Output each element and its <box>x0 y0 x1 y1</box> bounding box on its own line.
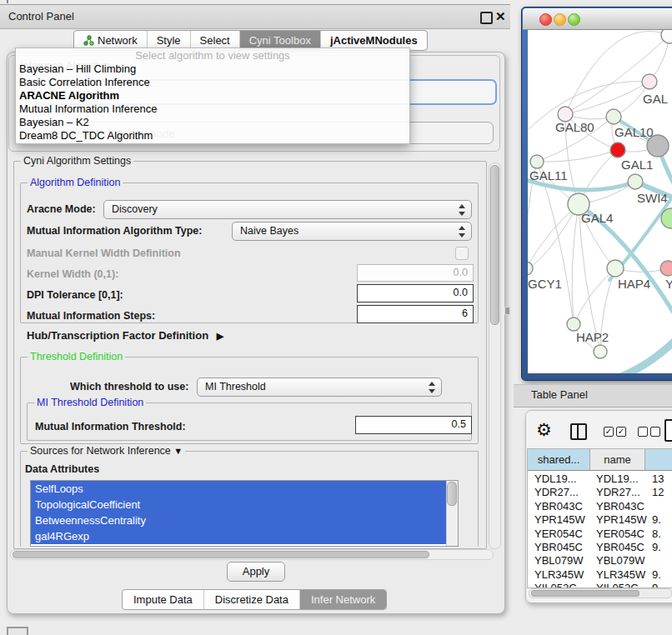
threshold-definition-legend: Threshold Definition <box>28 351 125 362</box>
list-scrollbar[interactable] <box>446 481 458 546</box>
network-node-hap2[interactable] <box>567 318 580 331</box>
node-label: GAL80 <box>555 120 594 134</box>
list-scrollbar-thumb[interactable] <box>447 482 457 506</box>
table-hscrollbar-thumb[interactable] <box>531 590 639 597</box>
collapsed-panel-icon[interactable] <box>7 627 28 635</box>
network-node-hap4[interactable] <box>607 260 624 277</box>
network-node-y[interactable] <box>660 261 672 276</box>
table-horizontal-scrollbar[interactable] <box>529 588 672 598</box>
mi-threshold-legend: MI Threshold Definition <box>34 397 146 408</box>
network-node-gal[interactable] <box>642 74 657 89</box>
document-icon[interactable] <box>664 419 672 442</box>
mi-threshold-input[interactable]: 0.5 <box>355 416 472 434</box>
aracne-mode-label: Aracne Mode: <box>27 203 96 215</box>
stepper-icon[interactable] <box>428 382 435 393</box>
close-icon[interactable]: ✕ <box>495 9 506 24</box>
table-row[interactable]: YIL052CYIL052C9 <box>528 581 672 588</box>
mi-type-combobox[interactable]: Naive Bayes <box>232 222 472 241</box>
settings-scrollbar-thumb[interactable] <box>490 165 499 325</box>
algorithm-option[interactable]: ARACNE Algorithm <box>16 89 409 102</box>
column-header-extra[interactable] <box>645 449 672 471</box>
network-node-gal1[interactable] <box>610 142 625 158</box>
settings-vertical-scrollbar[interactable] <box>489 162 501 549</box>
table-cell: 8. <box>652 527 661 541</box>
stepper-icon[interactable] <box>458 226 465 238</box>
manual-kernel-label: Manual Kernel Width Definition <box>27 248 181 259</box>
column-header-name[interactable]: name <box>590 449 645 471</box>
node-label: GAL11 <box>529 168 568 182</box>
node-table[interactable]: shared...nameYDL19...YDL19...13YDR27...Y… <box>527 448 672 588</box>
node-label: GAL1 <box>621 158 653 172</box>
table-row[interactable]: YDR27...YDR27...12 <box>528 485 672 499</box>
close-traffic-light[interactable] <box>539 13 552 26</box>
unchecked-checkbox-icon[interactable] <box>650 427 660 437</box>
expanded-arrow-icon[interactable]: ▼ <box>173 446 183 456</box>
algorithm-option[interactable]: Mutual Information Inference <box>16 102 409 116</box>
float-window-icon[interactable] <box>480 12 493 24</box>
table-cell: YBL079W <box>534 553 584 568</box>
manual-kernel-checkbox[interactable] <box>455 247 469 260</box>
mi-steps-input[interactable]: 6 <box>357 305 474 323</box>
tab-impute-data[interactable]: Impute Data <box>123 590 203 609</box>
network-canvas[interactable]: GALGAL80GAL10GAL1GAL11SWI4GAL4GCY1HAP4YH… <box>528 30 672 373</box>
table-cell: 9 <box>652 581 658 588</box>
table-row[interactable]: YBR045CYBR045C9. <box>528 540 672 554</box>
algorithm-option[interactable]: Dream8 DC_TDC Algorithm <box>16 129 409 142</box>
network-node-gcy1[interactable] <box>528 262 533 275</box>
algorithm-option[interactable]: Basic Correlation Inference <box>16 76 409 89</box>
table-cell: YBR043C <box>596 499 644 513</box>
aracne-mode-combobox[interactable]: Discovery <box>103 200 472 219</box>
network-node-gal11[interactable] <box>530 155 544 168</box>
table-row[interactable]: YPR145WYPR145W9. <box>528 512 672 527</box>
apply-button[interactable]: Apply <box>227 562 285 582</box>
tab-infer-network[interactable]: Infer Network <box>299 590 386 609</box>
table-cell: YPR145W <box>534 512 585 527</box>
network-node[interactable] <box>594 345 607 358</box>
column-header-shared...[interactable]: shared... <box>528 449 590 471</box>
dpi-tolerance-input[interactable]: 0.0 <box>357 284 474 302</box>
data-attribute-item[interactable]: TopologicalCoefficient <box>31 497 458 512</box>
panel-splitter-handle[interactable] <box>505 308 509 314</box>
algorithm-option[interactable]: Bayesian – K2 <box>16 116 409 129</box>
table-cell: YBL079W <box>596 553 645 568</box>
minimize-traffic-light[interactable] <box>554 13 566 26</box>
kernel-width-input[interactable]: 0.0 <box>357 264 474 282</box>
sources-legend: Sources for Network Inference ▼ <box>28 445 185 457</box>
which-threshold-combobox[interactable]: MI Threshold <box>197 378 442 397</box>
network-edge <box>572 204 579 324</box>
dpi-tolerance-label: DPI Tolerance [0,1]: <box>27 289 123 301</box>
algorithm-option[interactable]: Bayesian – Hill Climbing <box>16 62 409 76</box>
tab-discretize-data[interactable]: Discretize Data <box>203 590 299 609</box>
stepper-icon[interactable] <box>458 204 465 216</box>
checked-checkbox-icon[interactable]: ✓ <box>604 427 614 437</box>
table-cell: YDL19... <box>596 472 639 486</box>
table-row[interactable]: YER054CYER054C8. <box>528 527 672 541</box>
data-attribute-item[interactable]: BetweennessCentrality <box>31 512 458 528</box>
table-cell: YIL052C <box>596 581 639 588</box>
data-attributes-list[interactable]: SelfLoopsTopologicalCoefficientBetweenne… <box>30 480 459 547</box>
settings-horizontal-scrollbar[interactable] <box>10 549 494 560</box>
unchecked-checkbox-icon[interactable] <box>638 427 648 437</box>
node-label: SWI4 <box>637 191 668 205</box>
data-attribute-item[interactable]: SelfLoops <box>31 481 458 497</box>
hub-definition-toggle[interactable]: Hub/Transcription Factor Definition ▶ <box>27 329 223 342</box>
control-panel-title: Control Panel <box>8 5 74 28</box>
collapsed-arrow-icon[interactable]: ▶ <box>217 331 223 341</box>
data-attributes-label: Data Attributes <box>25 463 99 475</box>
table-panel-title: Table Panel <box>531 385 588 405</box>
settings-hscrollbar-thumb[interactable] <box>13 551 429 558</box>
data-attribute-item[interactable]: gal4RGexp <box>31 528 458 544</box>
algorithm-dropdown-popup: Select algorithm to view settings Bayesi… <box>15 48 410 144</box>
network-node-gal10[interactable] <box>606 109 621 124</box>
columns-icon[interactable] <box>570 423 587 440</box>
table-row[interactable]: YBR043CYBR043C <box>528 499 672 513</box>
zoom-traffic-light[interactable] <box>568 13 580 26</box>
network-window-titlebar[interactable] <box>523 8 672 30</box>
checked-checkbox-icon[interactable]: ✓ <box>616 427 626 437</box>
gear-icon[interactable]: ⚙ <box>536 420 552 440</box>
table-row[interactable]: YLR345WYLR345W9. <box>528 568 672 582</box>
table-row[interactable]: YBL079WYBL079W <box>528 553 672 568</box>
table-cell: YBR045C <box>534 540 583 554</box>
network-node-swi4[interactable] <box>628 174 643 189</box>
table-row[interactable]: YDL19...YDL19...13 <box>528 472 672 486</box>
